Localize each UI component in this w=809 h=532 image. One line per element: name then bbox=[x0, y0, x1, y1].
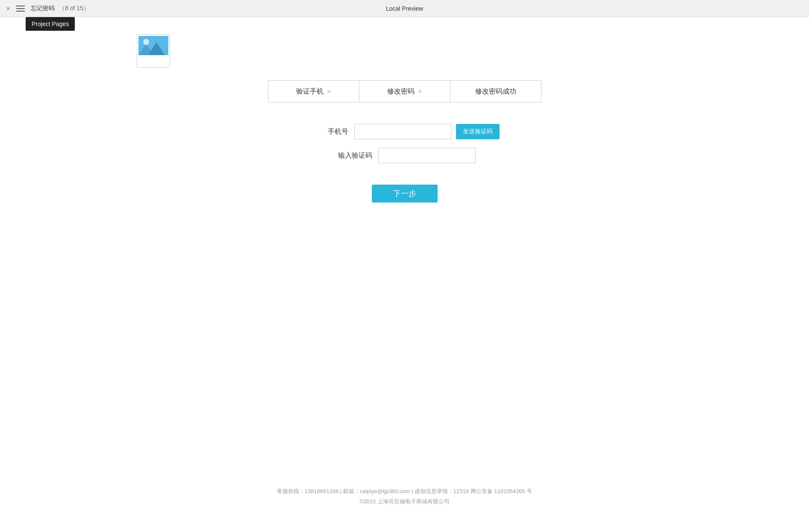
svg-rect-2 bbox=[138, 55, 168, 66]
phone-input[interactable] bbox=[354, 124, 452, 139]
form-area: 手机号 发送验证码 输入验证码 下一步 bbox=[0, 124, 809, 203]
steps-bar: 验证手机 > 修改密码 > 修改密码成功 bbox=[268, 80, 541, 103]
logo-container bbox=[137, 34, 170, 68]
footer: 客服热线：13818661266 | 邮箱：caipiye@tjp360.com… bbox=[0, 486, 809, 506]
svg-point-5 bbox=[143, 39, 149, 45]
menu-button[interactable] bbox=[16, 3, 26, 14]
step-arrow-1: > bbox=[327, 88, 330, 95]
code-row: 输入验证码 bbox=[334, 148, 476, 163]
top-bar: × 忘记密码 （8 of 15） Local Preview bbox=[0, 0, 809, 17]
close-button[interactable]: × bbox=[4, 5, 12, 12]
logo-image bbox=[137, 34, 170, 68]
main-content: 验证手机 > 修改密码 > 修改密码成功 手机号 发送验证码 输入验证码 下一步… bbox=[0, 17, 809, 532]
footer-line1: 客服热线：13818661266 | 邮箱：caipiye@tjp360.com… bbox=[0, 486, 809, 496]
step-change-success: 修改密码成功 bbox=[450, 81, 541, 102]
code-label: 输入验证码 bbox=[334, 151, 372, 160]
next-step-button[interactable]: 下一步 bbox=[372, 185, 438, 203]
phone-row: 手机号 发送验证码 bbox=[310, 124, 500, 139]
code-input[interactable] bbox=[378, 148, 476, 163]
page-count: （8 of 15） bbox=[59, 5, 89, 12]
phone-label: 手机号 bbox=[310, 127, 348, 136]
project-pages-tooltip: Project Pages bbox=[26, 17, 75, 31]
step-verify-phone: 验证手机 > bbox=[268, 81, 359, 102]
send-code-button[interactable]: 发送验证码 bbox=[456, 124, 500, 139]
page-title: 忘记密码 bbox=[31, 5, 55, 12]
local-preview-label: Local Preview bbox=[386, 5, 423, 12]
footer-line2: ©2015 上海司百袖电子商城有限公司 bbox=[0, 497, 809, 506]
logo-svg bbox=[138, 36, 168, 66]
step-change-password: 修改密码 > bbox=[359, 81, 450, 102]
step-arrow-2: > bbox=[418, 88, 421, 95]
